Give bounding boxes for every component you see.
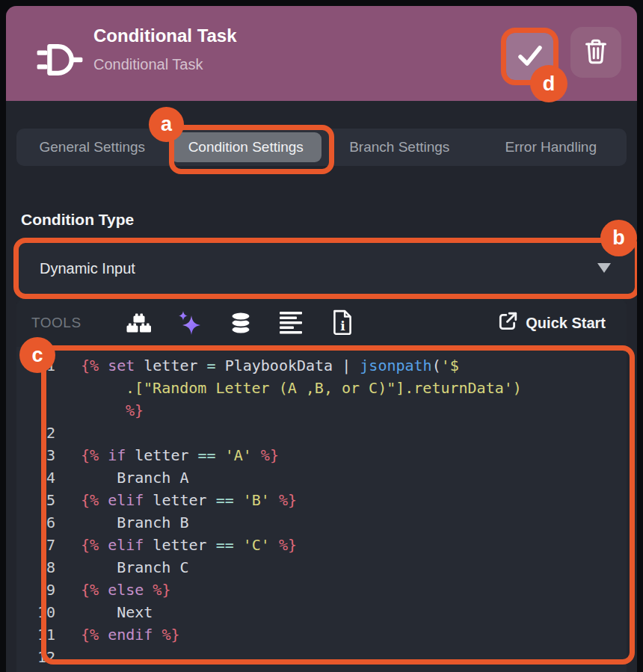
code-line[interactable]: 12 [16,646,627,668]
code-editor-content[interactable]: 1{% set letter = PlaybookData | jsonpath… [16,354,627,668]
condition-type-label: Condition Type [21,211,134,229]
condition-code-editor: TOOLS [16,299,627,672]
tab-branch-settings[interactable]: Branch Settings [324,129,476,166]
line-number: 8 [16,556,55,579]
code-line[interactable]: %} [16,399,627,422]
line-number: 7 [16,534,55,556]
code-text: {% if letter == 'A' %} [81,444,279,466]
tab-label: Condition Settings [188,139,304,155]
tab-label: General Settings [39,139,145,155]
code-text: Branch A [81,466,189,489]
code-line[interactable]: 9{% else %} [16,579,627,601]
line-number: 6 [16,511,55,534]
code-text: {% elif letter == 'B' %} [81,489,297,511]
task-header: Conditional Task Conditional Task [6,6,637,101]
plug-icon [36,43,84,79]
line-number: 3 [16,444,55,466]
task-config-card: Conditional Task Conditional Task [6,6,637,672]
code-line[interactable]: 3{% if letter == 'A' %} [16,444,627,466]
svg-text:i: i [340,318,345,333]
code-line[interactable]: 5{% elif letter == 'B' %} [16,489,627,511]
line-number: 4 [16,466,55,489]
tab-label: Error Handling [505,139,597,155]
page-title: Conditional Task [93,25,237,46]
code-text: {% set letter = PlaybookData | jsonpath(… [81,354,459,377]
code-line[interactable]: 1{% set letter = PlaybookData | jsonpath… [16,354,627,377]
condition-type-select[interactable]: Dynamic Input [19,243,635,294]
code-text: Branch B [81,511,189,534]
trash-icon [583,37,609,67]
database-icon[interactable] [227,309,254,336]
code-text: Next [81,601,153,623]
code-line[interactable]: .["Random Letter (A ,B, or C)"].returnDa… [16,377,627,399]
code-text: {% elif letter == 'C' %} [81,534,297,556]
code-text: {% endif %} [81,623,179,646]
line-number: 12 [16,646,55,668]
quick-start-link[interactable]: Quick Start [497,311,606,336]
editor-toolbar: TOOLS [16,299,627,347]
delete-button[interactable] [570,27,621,78]
line-number: 9 [16,579,55,601]
condition-type-value: Dynamic Input [40,260,135,277]
blocks-icon[interactable] [126,309,153,336]
tab-label: Branch Settings [349,139,449,155]
code-line[interactable]: 2 [16,422,627,444]
line-number: 10 [16,601,55,623]
line-number [16,399,55,422]
code-text: %} [81,399,144,422]
code-line[interactable]: 10 Next [16,601,627,623]
line-number: 1 [16,354,55,377]
line-number: 5 [16,489,55,511]
check-icon [516,43,544,71]
tools-label: TOOLS [31,315,112,331]
conditional-task-panel: Conditional Task Conditional Task [0,0,643,672]
quick-start-label: Quick Start [526,315,606,332]
code-line[interactable]: 7{% elif letter == 'C' %} [16,534,627,556]
code-text: {% else %} [81,579,170,601]
line-number [16,377,55,399]
tab-error-handling[interactable]: Error Handling [476,129,627,166]
external-link-icon [497,311,518,336]
confirm-button[interactable] [506,33,553,80]
settings-tabbar: General Settings Condition Settings Bran… [16,129,627,166]
dropdown-caret-icon [597,263,611,273]
code-line[interactable]: 4 Branch A [16,466,627,489]
code-line[interactable]: 6 Branch B [16,511,627,534]
code-line[interactable]: 11{% endif %} [16,623,627,646]
document-info-icon[interactable]: i [329,309,356,336]
code-text: .["Random Letter (A ,B, or C)"].returnDa… [81,377,522,399]
tab-general-settings[interactable]: General Settings [16,129,168,166]
line-number: 2 [16,422,55,444]
line-number: 11 [16,623,55,646]
tab-condition-settings[interactable]: Condition Settings [170,132,322,162]
toolbar-icons: i [126,309,356,336]
code-text: Branch C [81,556,189,579]
sparkles-icon[interactable] [176,309,203,336]
code-line[interactable]: 8 Branch C [16,556,627,579]
page-subtitle: Conditional Task [93,56,203,73]
align-left-icon[interactable] [278,309,305,336]
